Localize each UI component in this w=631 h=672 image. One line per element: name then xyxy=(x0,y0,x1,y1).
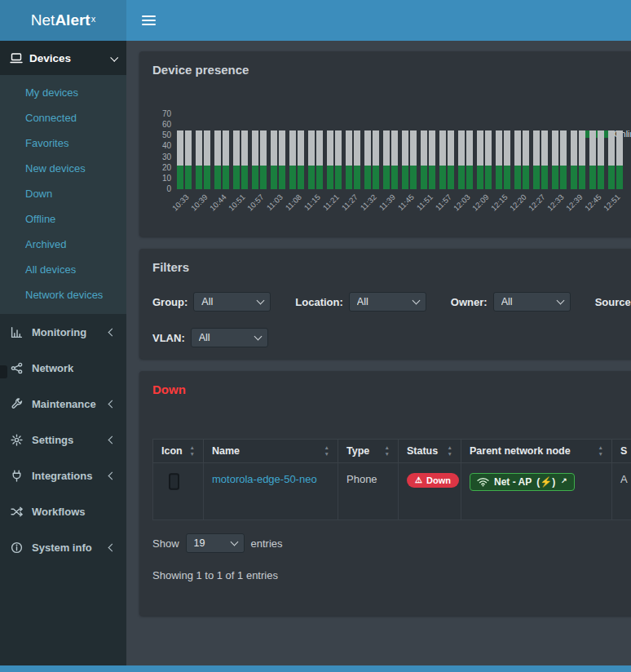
sidebar-item-network[interactable]: Network xyxy=(0,350,126,386)
bar-group: 11:51 xyxy=(421,114,435,189)
sidebar-item-label: System info xyxy=(32,542,109,554)
shuffle-icon xyxy=(11,506,24,518)
y-tick-label: 30 xyxy=(162,153,171,161)
bar-group: 12:39 xyxy=(571,114,585,189)
group-filter-select[interactable]: All xyxy=(193,292,271,312)
app-body: Devices My devicesConnectedFavoritesNew … xyxy=(0,41,631,665)
app-logo[interactable]: NetAlertx xyxy=(0,0,126,41)
sidebar-item-devices[interactable]: Devices xyxy=(0,41,126,75)
chevron-left-icon xyxy=(108,328,117,336)
owner-filter-select[interactable]: All xyxy=(493,292,571,312)
location-filter: Location: All xyxy=(295,292,426,312)
logo-sup: x xyxy=(91,14,96,24)
mobile-phone-icon xyxy=(168,473,180,490)
sidebar-item-network-devices[interactable]: Network devices xyxy=(0,282,126,307)
sidebar-item-integrations[interactable]: Integrations xyxy=(0,458,126,493)
sidebar-item-system-info[interactable]: System info xyxy=(0,529,126,565)
sidebar-item-label: My devices xyxy=(25,86,78,99)
sidebar-item-all-devices[interactable]: All devices xyxy=(0,257,126,282)
sidebar-item-favorites[interactable]: Favorites xyxy=(0,130,126,156)
sidebar-item-label: Settings xyxy=(32,434,109,446)
sidebar-item-connected[interactable]: Connected xyxy=(0,105,126,130)
sidebar-item-offline[interactable]: Offline xyxy=(0,206,126,232)
panel-title-filters: Filters xyxy=(152,260,631,274)
source-filter-label: Source: xyxy=(595,296,631,308)
x-tick-label: 12:39 xyxy=(564,192,585,213)
sidebar-item-my-devices[interactable]: My devices xyxy=(0,80,126,105)
device-presence-panel: Device presence Online 010203040506070 1… xyxy=(139,51,631,237)
entries-label: entries xyxy=(251,537,283,550)
location-filter-select[interactable]: All xyxy=(349,292,426,312)
sort-icon: ▲▼ xyxy=(448,445,452,457)
page-size-select[interactable]: 19 xyxy=(186,533,245,553)
y-tick-label: 60 xyxy=(162,121,171,129)
chevron-left-icon xyxy=(108,471,117,480)
x-tick-label: 11:15 xyxy=(302,192,322,212)
sidebar-item-monitoring[interactable]: Monitoring xyxy=(0,314,126,350)
bar-group: 11:15 xyxy=(308,114,323,189)
source-filter: Source: xyxy=(595,296,631,308)
sidebar-sections: MonitoringNetworkMaintenanceSettingsInte… xyxy=(0,314,126,565)
bar-group: 12:27 xyxy=(533,114,548,189)
top-header: NetAlertx xyxy=(0,0,631,41)
x-tick-label: 12:33 xyxy=(545,192,566,213)
menu-toggle-icon[interactable] xyxy=(139,12,159,29)
sidebar-item-label: Devices xyxy=(29,52,111,64)
cell-icon xyxy=(153,463,204,520)
column-header-parent-network-node[interactable]: Parent network node▲▼ xyxy=(461,440,612,463)
bar-group: 11:45 xyxy=(402,114,417,189)
column-header-label: S xyxy=(620,445,627,457)
location-filter-label: Location: xyxy=(295,296,343,308)
sidebar-item-label: New devices xyxy=(25,162,86,175)
owner-filter: Owner: All xyxy=(451,292,571,312)
x-tick-label: 11:21 xyxy=(321,192,341,212)
bar-group: 10:39 xyxy=(196,114,210,189)
sort-icon: ▲▼ xyxy=(190,445,195,457)
sidebar: Devices My devicesConnectedFavoritesNew … xyxy=(0,41,126,665)
device-name-link[interactable]: motorola-edge-50-neo xyxy=(212,473,317,485)
table-row: motorola-edge-50-neo Phone ⚠ Down xyxy=(153,463,631,520)
sidebar-item-workflows[interactable]: Workflows xyxy=(0,493,126,529)
column-header-s[interactable]: S▲▼ xyxy=(612,440,631,463)
external-link-icon: ↗ xyxy=(561,476,567,484)
sidebar-item-archived[interactable]: Archived xyxy=(0,232,126,257)
parent-node-badge[interactable]: Net - AP (⚡) ↗ xyxy=(470,473,575,491)
top-navbar xyxy=(126,0,631,41)
sidebar-item-label: Network devices xyxy=(25,289,103,301)
sidebar-item-maintenance[interactable]: Maintenance xyxy=(0,386,126,422)
presence-chart: Online 010203040506070 10:3310:3910:4410… xyxy=(152,114,631,225)
vlan-filter-select[interactable]: All xyxy=(191,328,268,347)
panel-title-device-presence: Device presence xyxy=(152,63,631,77)
x-tick-label: 12:09 xyxy=(470,192,491,213)
bar-group: 12:33 xyxy=(552,114,567,189)
devices-submenu: My devicesConnectedFavoritesNew devicesD… xyxy=(0,75,126,314)
status-badge-down: ⚠ Down xyxy=(407,473,459,488)
y-tick-label: 20 xyxy=(162,164,171,172)
warning-icon: ⚠ xyxy=(415,476,422,484)
bar-group: 11:39 xyxy=(383,114,398,189)
sidebar-handle[interactable] xyxy=(0,365,7,378)
laptop-icon xyxy=(10,52,23,64)
share-nodes-icon xyxy=(11,362,24,374)
column-header-name[interactable]: Name▲▼ xyxy=(204,440,338,463)
sidebar-item-new-devices[interactable]: New devices xyxy=(0,156,126,181)
x-tick-label: 12:45 xyxy=(583,192,603,213)
sort-icon: ▲▼ xyxy=(385,445,390,457)
column-header-label: Type xyxy=(346,445,369,457)
table-length-control: Show 19 entries xyxy=(152,533,631,553)
sidebar-item-down[interactable]: Down xyxy=(0,181,126,206)
column-header-icon[interactable]: Icon▲▼ xyxy=(153,440,204,463)
vlan-filter-label: VLAN: xyxy=(152,332,185,344)
bar-group: 11:08 xyxy=(289,114,304,189)
sidebar-item-settings[interactable]: Settings xyxy=(0,422,126,458)
down-panel: Down Icon▲▼Name▲▼Type▲▼Status▲▼Parent ne… xyxy=(139,371,631,616)
sidebar-item-label: Archived xyxy=(25,238,67,250)
column-header-status[interactable]: Status▲▼ xyxy=(399,440,461,463)
x-tick-label: 12:20 xyxy=(508,192,528,213)
column-header-label: Icon xyxy=(161,445,183,457)
column-header-type[interactable]: Type▲▼ xyxy=(338,440,399,463)
port-icon: (⚡) xyxy=(536,476,555,488)
show-label: Show xyxy=(152,537,179,550)
y-tick-label: 0 xyxy=(166,185,171,193)
group-filter: Group: All xyxy=(152,292,271,312)
